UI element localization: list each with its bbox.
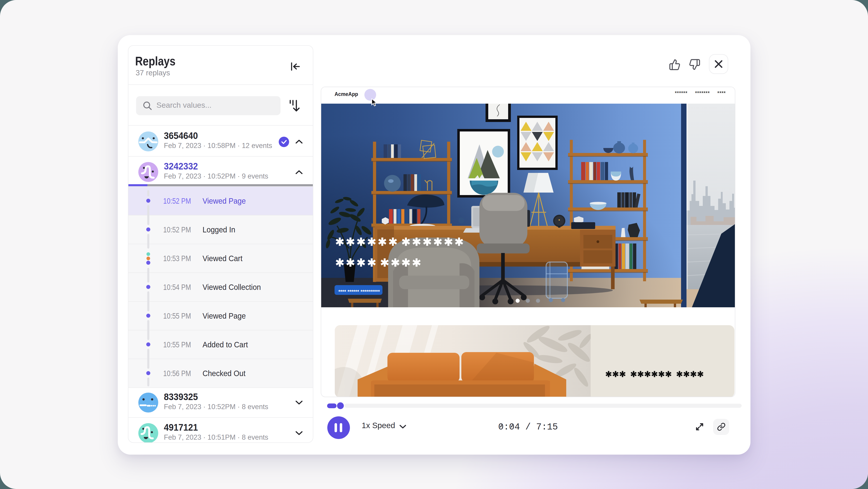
svg-text:**** ****** **********: **** ****** **********	[338, 289, 380, 294]
